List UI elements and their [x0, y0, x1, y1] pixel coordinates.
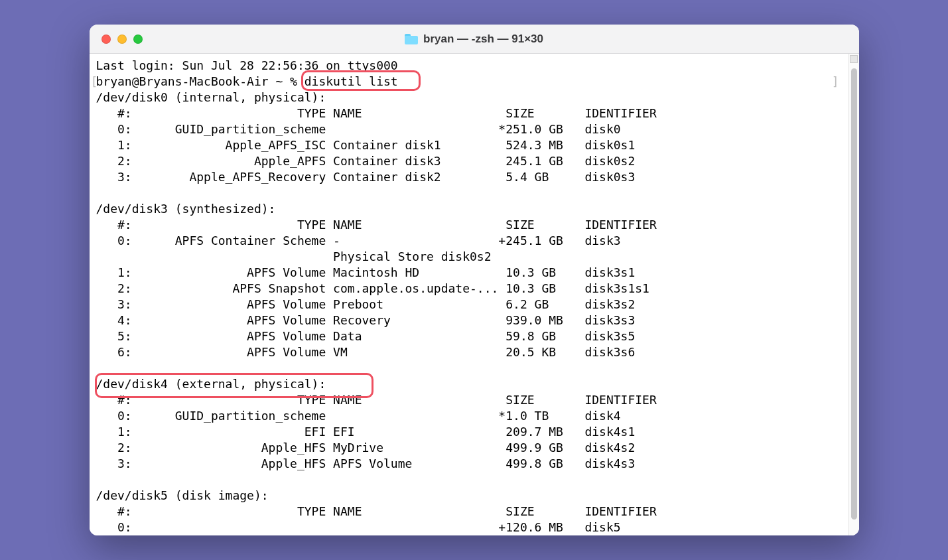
close-button[interactable]: [102, 35, 111, 44]
window-title: bryan — -zsh — 91×30: [423, 33, 543, 46]
prompt-open-bracket: [: [91, 74, 98, 90]
scrollbar-track[interactable]: [848, 54, 859, 535]
terminal-window: bryan — -zsh — 91×30 Last login: Sun Jul…: [90, 25, 859, 535]
folder-icon: [405, 34, 418, 44]
minimize-button[interactable]: [117, 35, 127, 44]
scrollbar-corner-icon: [850, 55, 858, 63]
traffic-lights: [90, 35, 143, 44]
maximize-button[interactable]: [133, 35, 143, 44]
highlight-disk4-header: [95, 373, 373, 398]
window-title-wrap: bryan — -zsh — 91×30: [90, 33, 859, 46]
highlight-command: [301, 70, 421, 91]
titlebar[interactable]: bryan — -zsh — 91×30: [90, 25, 859, 54]
terminal-body: Last login: Sun Jul 28 22:56:36 on ttys0…: [90, 54, 859, 535]
scrollbar-thumb[interactable]: [851, 68, 857, 520]
terminal-content[interactable]: Last login: Sun Jul 28 22:56:36 on ttys0…: [90, 54, 848, 535]
prompt-close-bracket: ]: [832, 74, 839, 90]
